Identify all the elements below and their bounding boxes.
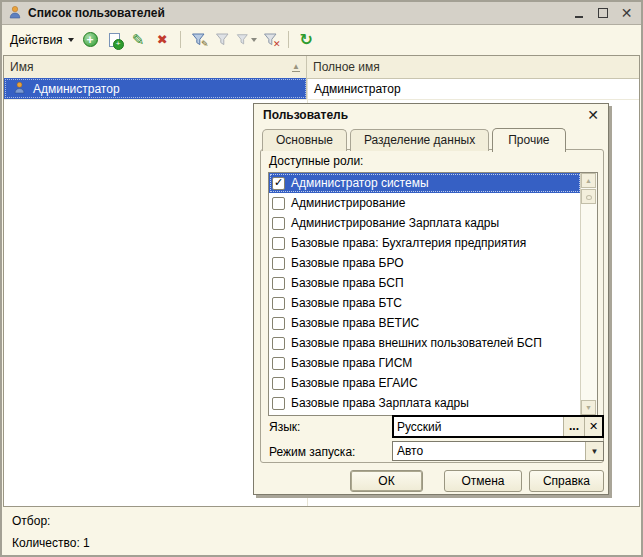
filter-history-button[interactable] (236, 29, 257, 50)
cell-name: Администратор (4, 78, 307, 99)
dialog-close-icon[interactable]: ✕ (587, 107, 599, 123)
table-row[interactable]: Администратор Администратор (4, 78, 639, 100)
role-label: Базовые права БРО (291, 256, 404, 270)
roles-scrollbar[interactable]: ▲ ▼ (580, 173, 597, 415)
language-label: Язык: (269, 420, 300, 434)
toolbar-separator (288, 31, 289, 48)
role-checkbox-checked[interactable] (272, 177, 285, 190)
role-row[interactable]: Базовые права Зарплата кадры (269, 393, 581, 413)
role-row[interactable]: Базовые права внешних пользователей БСП (269, 333, 581, 353)
column-header-fullname-label: Полное имя (313, 60, 380, 74)
language-field: ... ✕ (392, 415, 604, 438)
role-row[interactable]: Администрирование Зарплата кадры (269, 213, 581, 233)
tab-other-label: Прочие (508, 133, 549, 147)
role-checkbox[interactable] (272, 377, 285, 390)
role-checkbox[interactable] (272, 237, 285, 250)
status-filter-label: Отбор: (12, 514, 50, 528)
role-row[interactable]: Базовые права ВЕТИС (269, 313, 581, 333)
filter-settings-button[interactable]: ✎ (188, 29, 209, 50)
role-label: Базовые права Зарплата кадры (291, 396, 469, 410)
role-checkbox[interactable] (272, 297, 285, 310)
cancel-button[interactable]: Отмена (444, 470, 522, 492)
clear-filter-button[interactable]: ✕ (260, 29, 281, 50)
sort-asc-icon: ▲ (292, 62, 300, 72)
window-title: Список пользователей (28, 6, 568, 20)
minimize-icon[interactable] (574, 7, 586, 19)
role-label: Базовые права: Бухгалтерия предприятия (291, 236, 526, 250)
role-checkbox[interactable] (272, 257, 285, 270)
maximize-icon[interactable] (597, 7, 609, 19)
role-label: Базовые права БТС (291, 296, 402, 310)
launch-mode-label: Режим запуска: (269, 445, 355, 459)
edit-button[interactable]: ✎ (128, 29, 149, 50)
role-row[interactable]: Базовые права БТС (269, 293, 581, 313)
dialog-title-bar: Пользователь (254, 104, 608, 126)
role-checkbox[interactable] (272, 217, 285, 230)
users-list-window: Список пользователей ✕ Действия + ✎ ✖ (0, 0, 643, 557)
dialog-tabs: Основные Разделение данных Прочие (262, 127, 566, 151)
title-bar: Список пользователей ✕ (2, 2, 641, 25)
roles-listbox: Администратор системы Администрирование … (268, 172, 598, 416)
column-header-name[interactable]: Имя ▲ (4, 56, 307, 78)
user-icon (8, 5, 22, 22)
help-button[interactable]: Справка (529, 470, 604, 492)
document-plus-icon (109, 33, 120, 47)
funnel-icon (215, 32, 230, 47)
add-button[interactable]: + (80, 29, 101, 50)
role-label: Администрирование (291, 196, 405, 210)
window-controls: ✕ (574, 7, 633, 19)
launch-mode-combo[interactable]: Авто ▼ (392, 441, 604, 461)
column-header-name-label: Имя (10, 60, 33, 74)
role-row[interactable]: Администратор системы (269, 173, 581, 193)
role-row[interactable]: Базовые права БРО (269, 253, 581, 273)
chevron-down-icon (68, 38, 74, 42)
launch-mode-value: Авто (393, 442, 585, 460)
toolbar-separator (180, 31, 181, 48)
tab-data-separation[interactable]: Разделение данных (350, 129, 489, 151)
role-row[interactable]: Базовые права БСП (269, 273, 581, 293)
role-checkbox[interactable] (272, 357, 285, 370)
table-header: Имя ▲ Полное имя (4, 56, 639, 79)
language-pick-button[interactable]: ... (563, 417, 584, 436)
pencil-overlay-icon: ✎ (201, 40, 209, 49)
actions-menu-label: Действия (10, 33, 63, 47)
role-checkbox[interactable] (272, 397, 285, 410)
cell-fullname: Администратор (307, 78, 639, 99)
roles-rows: Администратор системы Администрирование … (269, 173, 581, 416)
actions-menu-button[interactable]: Действия (7, 31, 77, 49)
role-label: Администратор системы (291, 176, 429, 190)
role-label: Базовые права БСП (291, 276, 404, 290)
role-row[interactable]: Базовые права ЕГАИС (269, 373, 581, 393)
scroll-down-icon[interactable]: ▼ (581, 400, 596, 415)
red-cross-icon: ✖ (157, 33, 168, 46)
role-checkbox[interactable] (272, 277, 285, 290)
role-checkbox[interactable] (272, 337, 285, 350)
role-row[interactable]: Администрирование (269, 193, 581, 213)
language-clear-icon[interactable]: ✕ (584, 417, 602, 436)
user-dialog: Пользователь ✕ Основные Разделение данны… (253, 103, 609, 495)
close-icon[interactable]: ✕ (620, 7, 633, 19)
scrollbar-thumb[interactable] (581, 189, 596, 204)
copy-button[interactable] (104, 29, 125, 50)
tab-other[interactable]: Прочие (492, 128, 565, 152)
roles-label: Доступные роли: (269, 154, 363, 168)
tab-main[interactable]: Основные (262, 129, 347, 151)
role-label: Администрирование Зарплата кадры (291, 216, 499, 230)
combo-dropdown-icon[interactable]: ▼ (585, 442, 603, 460)
role-checkbox[interactable] (272, 197, 285, 210)
tab-main-label: Основные (276, 133, 333, 147)
dialog-title: Пользователь (263, 108, 348, 122)
filter-by-value-button[interactable] (212, 29, 233, 50)
column-header-fullname[interactable]: Полное имя (307, 56, 639, 78)
role-row[interactable]: Базовые права: Бухгалтерия предприятия (269, 233, 581, 253)
delete-button[interactable]: ✖ (152, 29, 173, 50)
scroll-up-icon[interactable]: ▲ (581, 173, 596, 188)
refresh-button[interactable]: ↻ (296, 29, 317, 50)
pencil-icon: ✎ (132, 32, 145, 47)
language-input[interactable] (394, 417, 563, 436)
funnel-dropdown-icon (236, 32, 249, 47)
plus-circle-icon: + (83, 32, 98, 47)
ok-button[interactable]: ОК (350, 470, 423, 492)
role-row[interactable]: Базовые права ГИСМ (269, 353, 581, 373)
role-checkbox[interactable] (272, 317, 285, 330)
